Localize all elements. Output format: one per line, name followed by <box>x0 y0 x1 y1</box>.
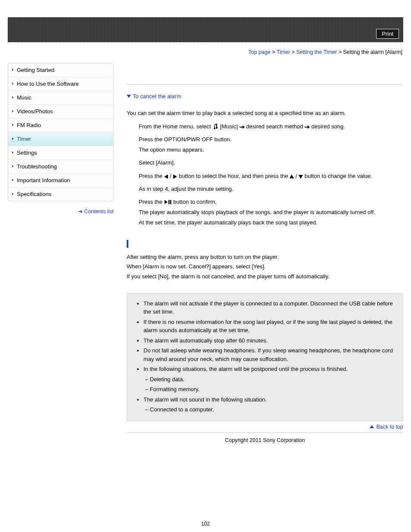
step-text: Press the OPTION/PWR OFF button. <box>139 135 403 144</box>
step-text: desired song. <box>311 123 345 130</box>
note-item: The alarm will not activate if the playe… <box>143 299 398 316</box>
step-text: From the Home menu, select <box>139 123 212 130</box>
sidebar-item-label: Specifications <box>17 191 51 197</box>
triangle-right-icon <box>173 174 177 179</box>
sidebar-item-label: Videos/Photos <box>17 108 53 115</box>
svg-rect-1 <box>168 200 170 204</box>
step-text: button to select the hour, and then pres… <box>179 173 290 179</box>
cancel-text: When [Alarm is now set. Cancel?] appears… <box>127 262 403 271</box>
play-pause-icon <box>164 199 172 205</box>
step-text: The option menu appears. <box>139 146 403 154</box>
jump-link-label: To cancel the alarm <box>133 93 181 100</box>
sidebar-item[interactable]: Specifications <box>8 187 113 201</box>
chevron-right-icon <box>12 151 14 154</box>
triangle-left-icon <box>164 174 168 179</box>
triangle-up-icon <box>290 174 294 179</box>
chevron-down-icon <box>127 95 131 98</box>
sidebar-item[interactable]: How to Use the Software <box>8 77 113 90</box>
header-bar: Print <box>8 17 403 42</box>
note-subitem: Formatting memory. <box>145 385 398 394</box>
steps: From the Home menu, select [Music] desir… <box>127 122 403 227</box>
breadcrumb-sep: > <box>292 49 296 55</box>
step-text: Press the <box>139 199 164 205</box>
step-text: As in step 4, adjust the minute setting. <box>139 185 403 193</box>
sidebar-item-label: Important Information <box>17 177 70 184</box>
jump-link[interactable]: To cancel the alarm <box>127 93 403 100</box>
sidebar-item-label: Getting Started <box>17 67 54 73</box>
triangle-down-icon <box>299 174 303 179</box>
step-text: button to change the value. <box>305 173 372 179</box>
step-text: button to confirm. <box>173 199 216 205</box>
contents-list-link[interactable]: ➔ Contents list <box>8 208 114 215</box>
contents-list-label[interactable]: Contents list <box>84 208 114 215</box>
sidebar-item[interactable]: Troubleshooting <box>8 159 113 173</box>
footer: Copyright 2011 Sony Corporation <box>127 432 403 443</box>
svg-rect-2 <box>170 200 171 204</box>
section-marker <box>127 240 403 248</box>
breadcrumb-current: Setting the alarm [Alarm] <box>343 49 402 55</box>
copyright: Copyright 2011 Sony Corporation <box>225 437 305 443</box>
step-text: Select [Alarm]. <box>139 159 403 167</box>
breadcrumb-link[interactable]: Timer <box>277 49 290 55</box>
arrow-right-icon <box>305 125 310 129</box>
music-icon <box>212 123 218 129</box>
step-text: Press the <box>139 173 164 179</box>
sidebar-item-label: Troubleshooting <box>17 163 57 170</box>
sidebar-item-label: How to Use the Software <box>17 81 79 87</box>
sidebar-item-label: Music <box>17 94 31 101</box>
chevron-right-icon <box>12 96 14 99</box>
step-text: The player automatically stops playback … <box>139 208 403 217</box>
sidebar-item[interactable]: FM Radio <box>8 118 113 132</box>
chevron-right-icon <box>12 179 14 181</box>
sidebar-nav: Getting StartedHow to Use the SoftwareMu… <box>8 63 114 201</box>
cancel-text: If you select [No], the alarm is not can… <box>127 272 403 281</box>
back-to-top-link[interactable]: Back to top <box>127 424 403 430</box>
note-box: The alarm will not activate if the playe… <box>127 293 403 421</box>
sidebar-item[interactable]: Music <box>8 90 113 104</box>
step-text: / <box>296 173 299 179</box>
breadcrumb-link[interactable]: Top page <box>248 49 270 55</box>
note-subitem: Deleting data. <box>145 375 398 384</box>
breadcrumb-sep: > <box>339 49 343 55</box>
intro-text: You can set the alarm timer to play back… <box>127 110 403 116</box>
chevron-right-icon <box>12 193 14 195</box>
chevron-right-icon <box>12 124 14 126</box>
sidebar-item-label: FM Radio <box>17 122 41 128</box>
sidebar-item[interactable]: Getting Started <box>8 63 113 77</box>
sidebar-item[interactable]: Settings <box>8 146 113 159</box>
note-item: Do not fall asleep while wearing headpho… <box>143 346 398 363</box>
breadcrumb: Top page > Timer > Setting the Timer > S… <box>8 49 402 55</box>
arrow-right-icon <box>240 125 245 129</box>
sidebar-item[interactable]: Important Information <box>8 173 113 187</box>
chevron-right-icon <box>12 82 14 85</box>
step-text: [Music] <box>220 123 240 130</box>
chevron-right-icon <box>12 110 14 112</box>
sidebar-item-label: Settings <box>17 149 37 156</box>
triangle-up-icon <box>370 425 374 428</box>
step-text: At the set time, the player automaticall… <box>139 218 403 227</box>
note-item: The alarm will not sound in the followin… <box>143 395 398 414</box>
cancel-alarm-section: After setting the alarm, press any butto… <box>127 240 403 280</box>
page-number: 102 <box>8 521 403 527</box>
chevron-right-icon <box>12 137 14 140</box>
back-to-top-label: Back to top <box>376 424 403 430</box>
title-area <box>127 63 403 84</box>
note-item: In the following situations, the alarm w… <box>143 365 398 394</box>
arrow-right-icon: ➔ <box>78 208 82 215</box>
note-item: The alarm will automatically stop after … <box>143 336 398 345</box>
cancel-text: After setting the alarm, press any butto… <box>127 253 403 261</box>
note-subitem: Connected to a computer. <box>145 405 398 414</box>
step-text: / <box>170 173 173 179</box>
note-item: If there is no resume information for th… <box>143 318 398 335</box>
print-button[interactable]: Print <box>376 29 399 39</box>
sidebar-item[interactable]: Timer <box>8 132 113 146</box>
chevron-right-icon <box>12 68 14 71</box>
breadcrumb-link[interactable]: Setting the Timer <box>296 49 337 55</box>
chevron-right-icon <box>12 165 14 168</box>
sidebar-item[interactable]: Videos/Photos <box>8 104 113 118</box>
sidebar-item-label: Timer <box>17 136 31 142</box>
step-text: desired search method <box>246 123 305 130</box>
breadcrumb-sep: > <box>272 49 277 55</box>
